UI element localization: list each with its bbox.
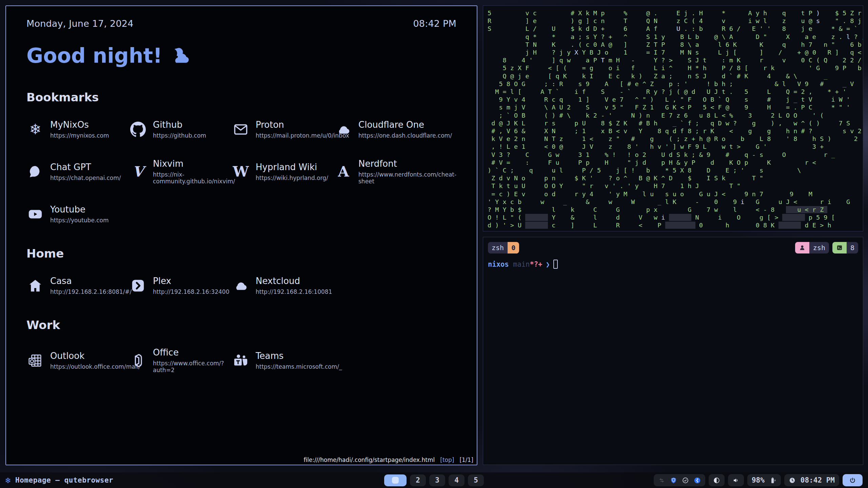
startpage-link[interactable]: Chat GPThttps://chat.openai.com/	[26, 159, 129, 185]
waybar-left: ❄ Homepage — qutebrowser	[5, 476, 113, 485]
startpage-link[interactable]: Casahttp://192.168.2.16:8081/#/	[26, 276, 129, 295]
startpage: Monday, June 17, 2024 08:42 PM Good nigh…	[6, 6, 477, 456]
power-icon	[849, 477, 856, 484]
link-url: https://youtube.com	[50, 217, 109, 224]
link-url: https://chat.openai.com/	[50, 175, 121, 181]
startpage-link[interactable]: Protonhttps://mail.proton.me/u/0/inbox	[232, 120, 335, 139]
startpage-time: 08:42 PM	[413, 18, 456, 29]
startpage-link[interactable]: Outlookhttps://outlook.office.com/mail/	[26, 347, 129, 373]
prompt-symbol: ❯	[546, 260, 550, 268]
battery-percentage: 98%	[752, 476, 765, 484]
teams-icon	[232, 353, 250, 368]
prompt-host: nixos	[488, 260, 509, 268]
link-url: https://outlook.office.com/mail/	[50, 363, 140, 370]
active-workspace-indicator	[392, 477, 399, 484]
startpage-link[interactable]: Youtubehttps://youtube.com	[26, 204, 129, 224]
workspace-button-1[interactable]	[384, 474, 407, 486]
link-url: https://one.dash.cloudflare.com/	[358, 132, 452, 139]
link-url: https://www.nerdfonts.com/cheat-sheet	[358, 171, 456, 185]
qutebrowser-window: Monday, June 17, 2024 08:42 PM Good nigh…	[5, 5, 477, 465]
startpage-link[interactable]: Nextcloudhttp://192.168.2.16:10081	[232, 276, 335, 295]
startpage-link[interactable]: Teamshttps://teams.microsoft.com/_	[232, 347, 335, 373]
chat-bubble-icon	[26, 164, 44, 180]
tmux-window-index[interactable]: 0	[508, 242, 519, 253]
startpage-link[interactable]: Cloudflare Onehttps://one.dash.cloudflar…	[335, 120, 437, 139]
link-name: Teams	[256, 351, 342, 361]
mail-icon	[232, 122, 250, 137]
tmux-window-name[interactable]: zsh	[488, 242, 508, 253]
waybar-right: 98% 08:42 PM	[654, 474, 863, 486]
terminal-cursor	[553, 260, 558, 269]
link-url: http://192.168.2.16:32400	[153, 288, 229, 295]
qutebrowser-statusbar: file:///home/hadi/.config/startpage/inde…	[6, 455, 477, 465]
power-button[interactable]	[843, 474, 863, 486]
system-tray	[654, 474, 705, 486]
workspace-button-2[interactable]: 2	[410, 474, 426, 486]
startpage-sections: Bookmarks❄MyNixOshttps://mynixos.comGith…	[26, 90, 456, 373]
contrast-circle-icon	[713, 477, 720, 484]
moon-cloud-icon	[168, 47, 190, 64]
link-url: http://192.168.2.16:8081/#/	[50, 288, 132, 295]
startpage-link[interactable]: VNixvimhttps://nix-community.github.io/n…	[129, 159, 232, 185]
shell-prompt[interactable]: nixos main *?+ ❯	[488, 260, 858, 269]
link-name: MyNixOs	[50, 120, 109, 130]
github-icon	[129, 122, 147, 137]
user-icon	[795, 242, 809, 253]
link-name: Github	[153, 120, 206, 130]
section-title-home: Home	[26, 247, 456, 260]
startpage-link[interactable]: ANerdfonthttps://www.nerdfonts.com/cheat…	[335, 159, 437, 185]
section-title-work: Work	[26, 318, 456, 332]
workspace-button-4[interactable]: 4	[449, 474, 465, 486]
night-light-module[interactable]	[709, 474, 725, 486]
kdeconnect-swap-arrows-icon[interactable]	[658, 477, 665, 484]
shell-terminal-window[interactable]: zsh 0 zsh 8 nixos main *?+ ❯	[483, 237, 863, 465]
statusbar-scroll-position: [top]	[440, 456, 454, 463]
terminal-session-icon	[832, 242, 847, 253]
home-icon	[26, 278, 44, 293]
statusbar-tab-counter: [1/1]	[459, 456, 473, 463]
youtube-play-icon	[26, 206, 44, 222]
speaker-icon	[732, 477, 739, 484]
links-grid: ❄MyNixOshttps://mynixos.comGithubhttps:/…	[26, 120, 456, 224]
cloud-icon	[335, 122, 352, 137]
nixos-snowflake-icon: ❄	[26, 122, 44, 137]
section-title-bookmarks: Bookmarks	[26, 90, 456, 104]
link-url: https://nix-community.github.io/nixvim/	[153, 171, 235, 185]
battery-charging-icon	[769, 477, 776, 484]
workspace-button-5[interactable]: 5	[468, 474, 484, 486]
link-url: https://github.com	[153, 132, 206, 139]
tmux-session-name: 8	[847, 242, 858, 253]
workspace-switcher: 2345	[384, 474, 484, 486]
links-grid: Casahttp://192.168.2.16:8081/#/Plexhttp:…	[26, 276, 456, 295]
matrix-rain: 5 v c # X k M p % @ . E j . H * A y h q …	[483, 6, 863, 231]
outlook-icon	[26, 353, 44, 368]
link-url: http://192.168.2.16:10081	[256, 288, 332, 295]
startpage-link[interactable]: Plexhttp://192.168.2.16:32400	[129, 276, 232, 295]
link-name: Nixvim	[153, 159, 235, 169]
clock-module[interactable]: 08:42 PM	[784, 474, 839, 486]
link-name: Casa	[50, 276, 132, 286]
check-circle-icon[interactable]	[682, 477, 689, 484]
startpage-date: Monday, June 17, 2024	[26, 18, 134, 29]
greeting-text: Good night!	[26, 44, 162, 67]
startpage-link[interactable]: Githubhttps://github.com	[129, 120, 232, 139]
tmux-status-right: zsh 8	[795, 242, 858, 253]
letter-a-icon: A	[335, 165, 352, 179]
startpage-link[interactable]: ❄MyNixOshttps://mynixos.com	[26, 120, 129, 139]
workspace-button-3[interactable]: 3	[429, 474, 445, 486]
shield-icon[interactable]	[670, 477, 677, 484]
startpage-link[interactable]: WHyprland Wikihttps://wiki.hyprland.org/	[232, 159, 335, 185]
prompt-git-branch: main	[513, 260, 530, 268]
matrix-terminal-window[interactable]: 5 v c # X k M p % @ . E j . H * A y h q …	[483, 5, 863, 231]
links-grid: Outlookhttps://outlook.office.com/mail/O…	[26, 347, 456, 373]
active-window-title: Homepage — qutebrowser	[15, 476, 113, 484]
battery-module[interactable]: 98%	[747, 474, 781, 486]
volume-module[interactable]	[728, 474, 744, 486]
bluetooth-icon[interactable]	[694, 477, 701, 484]
link-name: Hyprland Wiki	[256, 162, 328, 172]
link-name: Plex	[153, 276, 229, 286]
link-name: Office	[153, 347, 232, 358]
startpage-link[interactable]: Officehttps://www.office.com/?auth=2	[129, 347, 232, 373]
link-url: https://www.office.com/?auth=2	[153, 360, 232, 373]
statusbar-url: file:///home/hadi/.config/startpage/inde…	[304, 456, 435, 463]
